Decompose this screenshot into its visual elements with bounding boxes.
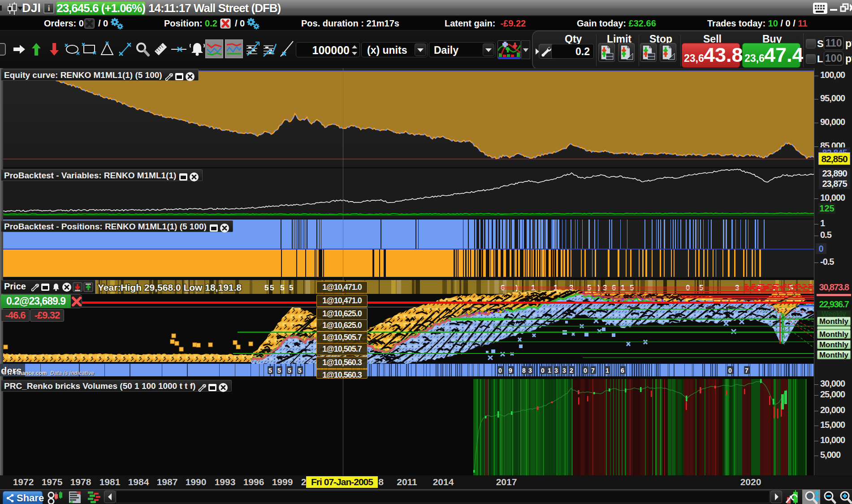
svg-text:0: 0 — [498, 367, 502, 374]
svg-text:5: 5 — [587, 284, 591, 292]
svg-text:3: 3 — [603, 284, 607, 292]
svg-text:): ) — [597, 284, 600, 292]
svg-text:3: 3 — [554, 367, 558, 374]
svg-text:1: 1 — [605, 367, 609, 374]
svg-text:1: 1 — [621, 284, 625, 292]
svg-text:3: 3 — [562, 367, 566, 374]
svg-text:0: 0 — [728, 367, 732, 374]
svg-text:5: 5 — [289, 284, 293, 292]
svg-text:5: 5 — [270, 284, 274, 292]
svg-text:7: 7 — [591, 367, 595, 374]
svg-text:2: 2 — [570, 367, 573, 374]
svg-text:5: 5 — [699, 284, 703, 292]
svg-text:1: 1 — [548, 367, 551, 374]
svg-text:6: 6 — [612, 284, 616, 292]
svg-text:9: 9 — [509, 367, 512, 374]
svg-text:0: 0 — [584, 367, 587, 374]
svg-text:5: 5 — [288, 367, 291, 374]
svg-text:8: 8 — [522, 367, 526, 374]
svg-text:Year:High 29,568.0 Low 18,191.: Year:High 29,568.0 Low 18,191.8 — [98, 282, 242, 293]
svg-text:): ) — [515, 284, 518, 292]
svg-text:3: 3 — [528, 367, 532, 374]
svg-text:5: 5 — [264, 284, 268, 292]
svg-text:1: 1 — [531, 284, 535, 292]
svg-text:5: 5 — [298, 367, 302, 374]
svg-text:6: 6 — [501, 284, 505, 292]
svg-text:0: 0 — [541, 367, 545, 374]
svg-text:5: 5 — [280, 284, 284, 292]
svg-text:7: 7 — [745, 367, 748, 374]
svg-text:5: 5 — [277, 367, 281, 374]
svg-text:0: 0 — [686, 284, 690, 292]
svg-text:3: 3 — [735, 284, 739, 292]
svg-text:5: 5 — [268, 367, 272, 374]
svg-text:5: 5 — [630, 284, 634, 292]
svg-text:6: 6 — [621, 367, 624, 374]
